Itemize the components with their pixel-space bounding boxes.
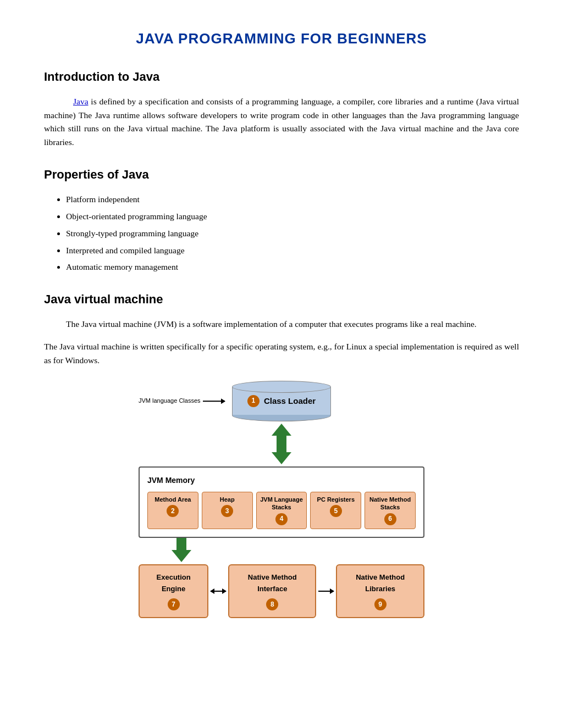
cell-label-method-area: Method Area xyxy=(151,496,195,503)
double-arrow-down xyxy=(272,424,291,464)
jvm-section: Java virtual machine The Java virtual ma… xyxy=(44,290,519,618)
execution-engine-label: Execution Engine xyxy=(147,572,200,595)
cell-badge-heap: 3 xyxy=(205,505,250,517)
cell-badge-native-stacks: 6 xyxy=(368,513,412,525)
memory-cell-method-area: Method Area 2 xyxy=(147,492,198,529)
cylinder-top xyxy=(232,381,331,393)
arrow-to-class-loader xyxy=(203,401,225,402)
jvm-classes-label: JVM language Classes xyxy=(139,396,201,406)
left-down-arrow xyxy=(172,538,191,562)
list-item: Automatic memory management xyxy=(66,260,519,274)
cylinder-label: 1 Class Loader xyxy=(247,394,316,408)
memory-cell-native-stacks: Native Method Stacks 6 xyxy=(365,492,416,529)
java-link[interactable]: Java xyxy=(73,97,89,106)
badge-7: 7 xyxy=(168,598,180,610)
horiz-arrow-line-2 xyxy=(318,591,334,592)
jvm-diagram: JVM language Classes 1 Class Loader xyxy=(44,381,519,619)
jvm-heading: Java virtual machine xyxy=(44,290,519,309)
nml-badge-container: 9 xyxy=(345,596,416,610)
cell-label-native-stacks: Native Method Stacks xyxy=(368,496,412,512)
properties-list: Platform independent Object-orientated p… xyxy=(66,193,519,274)
list-item: Platform independent xyxy=(66,193,519,207)
cell-label-pc-registers: PC Registers xyxy=(313,496,358,503)
class-loader-text: Class Loader xyxy=(264,394,316,408)
cell-badge-pc-registers: 5 xyxy=(313,505,358,517)
list-item: Strongly-typed programming language xyxy=(66,227,519,241)
memory-cell-pc-registers: PC Registers 5 xyxy=(310,492,361,529)
jvm-paragraph-1: The Java virtual machine (JVM) is a soft… xyxy=(44,318,519,331)
bottom-engines-row: Execution Engine 7 Native Method Interfa… xyxy=(139,564,424,619)
class-loader-row: JVM language Classes 1 Class Loader xyxy=(139,381,424,421)
arrow-shaft-2 xyxy=(176,538,186,550)
jvm-memory-box: JVM Memory Method Area 2 Heap 3 JVM Lang… xyxy=(139,466,424,538)
page-title: JAVA PROGRAMMING FOR BEGINNERS xyxy=(44,27,519,51)
arrow-shaft-1 xyxy=(277,436,286,452)
horiz-arrow-line xyxy=(211,591,226,592)
cell-badge-jvm-stacks: 4 xyxy=(260,513,304,525)
class-loader-cylinder: 1 Class Loader xyxy=(232,381,331,421)
nmi-badge-container: 8 xyxy=(237,596,307,610)
memory-cell-jvm-stacks: JVM Language Stacks 4 xyxy=(256,492,307,529)
list-item: Object-orientated programming language xyxy=(66,210,519,224)
intro-heading: Introduction to Java xyxy=(44,67,519,86)
arrow-up-head xyxy=(272,424,291,436)
intro-paragraph: Java is defined by a specification and c… xyxy=(44,95,519,149)
jvm-classes-label-group: JVM language Classes xyxy=(139,396,227,406)
badge-3: 3 xyxy=(221,505,233,517)
memory-cells: Method Area 2 Heap 3 JVM Language Stacks… xyxy=(147,492,416,529)
intro-text: is defined by a specification and consis… xyxy=(44,97,519,147)
badge-4: 4 xyxy=(275,513,288,525)
class-loader-badge: 1 xyxy=(247,395,260,407)
properties-heading: Properties of Java xyxy=(44,165,519,184)
left-arrow-container xyxy=(139,538,424,562)
badge-5: 5 xyxy=(330,505,342,517)
nmi-label: Native Method Interface xyxy=(237,572,307,595)
jvm-memory-title: JVM Memory xyxy=(147,474,416,486)
intro-section: Introduction to Java Java is defined by … xyxy=(44,67,519,149)
cell-label-jvm-stacks: JVM Language Stacks xyxy=(260,496,304,512)
badge-9: 9 xyxy=(374,598,387,610)
execution-engine-badge-container: 7 xyxy=(147,596,200,610)
nml-box: Native Method Libraries 9 xyxy=(336,564,424,619)
list-item: Interpreted and compiled language xyxy=(66,244,519,258)
badge-8: 8 xyxy=(266,598,278,610)
badge-6: 6 xyxy=(384,513,396,525)
arrow-head-down-2 xyxy=(172,550,191,562)
nmi-box: Native Method Interface 8 xyxy=(228,564,316,619)
cell-badge-method-area: 2 xyxy=(151,505,195,517)
arrow-ee-to-nmi xyxy=(208,591,228,592)
memory-cell-heap: Heap 3 xyxy=(202,492,253,529)
badge-2: 2 xyxy=(167,505,179,517)
properties-section: Properties of Java Platform independent … xyxy=(44,165,519,274)
arrow-nmi-to-nml xyxy=(316,591,336,592)
execution-engine-box: Execution Engine 7 xyxy=(139,564,208,619)
nml-label: Native Method Libraries xyxy=(345,572,416,595)
jvm-paragraph-2: The Java virtual machine is written spec… xyxy=(44,340,519,368)
cell-label-heap: Heap xyxy=(205,496,250,503)
arrow-down-head xyxy=(272,452,291,464)
